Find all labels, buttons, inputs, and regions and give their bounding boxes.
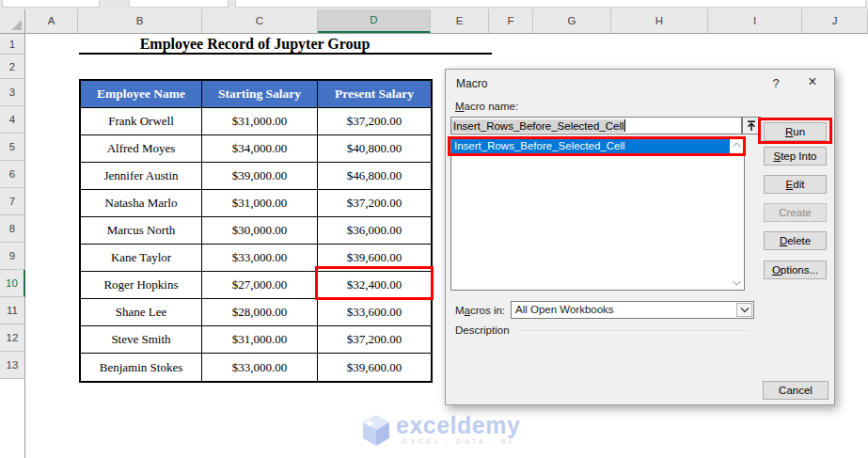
annotation-box-run-button: [758, 118, 832, 144]
row-header-filler: [0, 379, 25, 458]
table-cell[interactable]: Shane Lee: [81, 299, 202, 326]
table-cell[interactable]: $46,800.00: [318, 163, 431, 190]
table-cell[interactable]: Alfred Moyes: [81, 135, 202, 163]
row-header-5[interactable]: 5: [0, 134, 25, 161]
exceldemy-watermark: exceldemy EXCEL - DATA - BI: [360, 413, 520, 447]
scrollbar-down-icon[interactable]: [732, 279, 742, 287]
delete-button[interactable]: Delete: [764, 231, 827, 250]
macros-in-dropdown[interactable]: All Open Workbooks: [511, 301, 754, 319]
column-header-j[interactable]: J: [802, 9, 868, 33]
table-cell[interactable]: Steve Smith: [81, 326, 202, 354]
column-header-row: ABCDEFGHIJ: [0, 9, 868, 34]
column-header-c[interactable]: C: [202, 9, 318, 33]
macro-name-label: Macro name:: [455, 101, 518, 112]
dialog-title: Macro: [456, 77, 487, 90]
column-header-b[interactable]: B: [78, 9, 202, 33]
description-label: Description: [455, 324, 510, 336]
table-cell[interactable]: $37,200.00: [318, 326, 431, 354]
table-cell[interactable]: $33,000.00: [202, 245, 318, 272]
table-cell[interactable]: $33,000.00: [202, 354, 318, 381]
column-header-h[interactable]: H: [611, 9, 708, 33]
name-box-remnant: [2, 0, 100, 8]
row-header-1[interactable]: 1: [0, 34, 25, 55]
table-cell[interactable]: $30,000.00: [202, 217, 318, 245]
formula-bar-strip: [0, 0, 868, 9]
table-cell[interactable]: Natasha Marlo: [81, 190, 202, 217]
annotation-box-selected-cell: [315, 266, 434, 300]
chevron-down-icon[interactable]: [736, 303, 752, 317]
table-cell[interactable]: Frank Orwell: [81, 108, 202, 135]
macro-dialog: Macro ? × Macro name: Insert_Rows_Before…: [445, 69, 835, 405]
close-icon[interactable]: ×: [804, 73, 821, 90]
column-header-a[interactable]: A: [25, 9, 78, 33]
select-all-corner[interactable]: [0, 9, 25, 33]
row-header-13[interactable]: 13: [0, 352, 25, 379]
options-button[interactable]: Options...: [764, 261, 827, 279]
insert-function-remnant: [129, 0, 229, 8]
table-cell[interactable]: $31,000.00: [202, 326, 318, 354]
sheet-title-cell[interactable]: Employee Record of Jupyter Group: [79, 35, 431, 54]
macro-name-input[interactable]: Insert_Rows_Before_Selected_Cell: [450, 117, 742, 134]
table-cell[interactable]: $37,200.00: [318, 190, 431, 217]
row-header-7[interactable]: 7: [0, 188, 25, 215]
row-header-12[interactable]: 12: [0, 324, 25, 352]
excel-screen: ABCDEFGHIJ 12345678910111213 Employee Re…: [0, 0, 868, 458]
column-header-e[interactable]: E: [431, 9, 489, 33]
table-cell[interactable]: Roger Hopkins: [81, 272, 202, 299]
row-header-column: 12345678910111213: [0, 34, 25, 458]
table-cell[interactable]: $31,000.00: [202, 108, 318, 135]
employee-table: Employee NameStarting SalaryPresent Sala…: [79, 79, 433, 383]
column-header-d[interactable]: D: [318, 9, 431, 33]
row-header-4[interactable]: 4: [0, 106, 25, 134]
row-header-3[interactable]: 3: [0, 79, 25, 106]
help-icon[interactable]: ?: [769, 76, 782, 90]
table-cell[interactable]: $28,000.00: [202, 299, 318, 326]
table-cell[interactable]: $39,000.00: [202, 163, 318, 190]
row-header-9[interactable]: 9: [0, 243, 25, 270]
annotation-box-macro-item: [448, 136, 746, 156]
table-cell[interactable]: Kane Taylor: [81, 245, 202, 272]
exceldemy-cube-icon: [360, 413, 392, 447]
watermark-brand: exceldemy: [396, 414, 520, 436]
select-all-triangle-icon: [11, 20, 22, 30]
table-cell[interactable]: $36,000.00: [318, 217, 431, 245]
row-header-10[interactable]: 10: [0, 270, 25, 297]
table-header-employee-name[interactable]: Employee Name: [81, 81, 202, 108]
watermark-tagline: EXCEL - DATA - BI: [402, 437, 513, 446]
cancel-button[interactable]: Cancel: [763, 381, 829, 400]
column-header-i[interactable]: I: [708, 9, 802, 33]
macro-name-value: Insert_Rows_Before_Selected_Cell: [451, 119, 624, 133]
table-cell[interactable]: $31,000.00: [202, 190, 318, 217]
table-cell[interactable]: $33,600.00: [318, 299, 431, 326]
table-header-starting-salary[interactable]: Starting Salary: [202, 81, 318, 108]
description-divider: [518, 330, 748, 331]
row-header-11[interactable]: 11: [0, 297, 25, 324]
column-header-g[interactable]: G: [533, 9, 611, 33]
table-cell[interactable]: $27,000.00: [202, 272, 318, 299]
formula-bar-remnant: [235, 0, 866, 8]
text-cursor: [624, 119, 625, 132]
table-cell[interactable]: Jennifer Austin: [81, 163, 202, 190]
create-button: Create: [764, 203, 827, 222]
table-header-present-salary[interactable]: Present Salary: [318, 81, 431, 108]
step-into-button[interactable]: Step Into: [764, 147, 827, 166]
row-header-6[interactable]: 6: [0, 161, 25, 188]
edit-button[interactable]: Edit: [764, 175, 827, 194]
table-cell[interactable]: Benjamin Stokes: [81, 354, 202, 381]
column-header-f[interactable]: F: [489, 9, 533, 33]
macros-in-value: All Open Workbooks: [515, 304, 614, 315]
row-header-2[interactable]: 2: [0, 55, 25, 79]
table-cell[interactable]: $40,800.00: [318, 135, 431, 163]
table-cell[interactable]: Marcus North: [81, 217, 202, 245]
table-cell[interactable]: $37,200.00: [318, 108, 431, 135]
title-underline: [79, 53, 492, 55]
table-cell[interactable]: $34,000.00: [202, 135, 318, 163]
row-header-8[interactable]: 8: [0, 215, 25, 243]
table-cell[interactable]: $39,600.00: [318, 354, 431, 381]
macro-list[interactable]: Insert_Rows_Before_Selected_Cell: [450, 137, 745, 291]
macros-in-label: Macros in:: [455, 305, 505, 316]
